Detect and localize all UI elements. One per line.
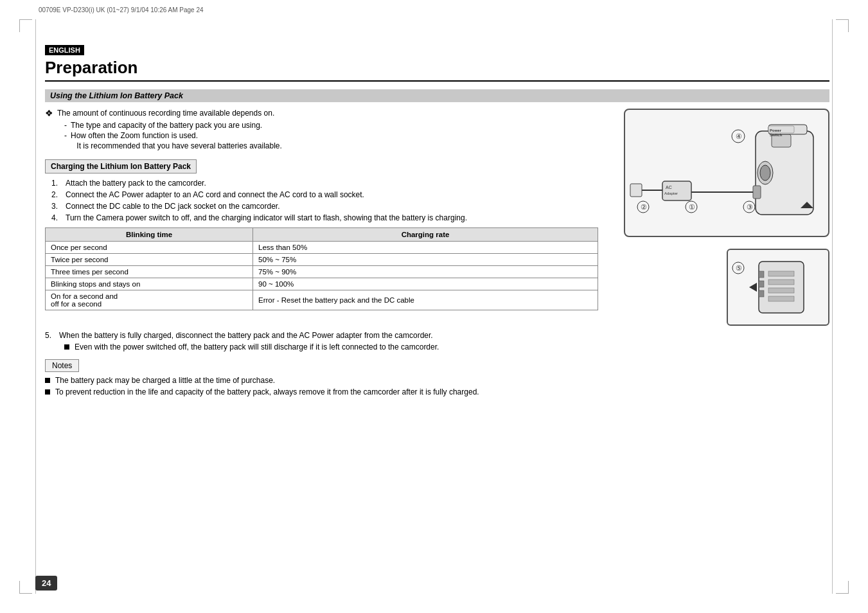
step-num-4: 4. xyxy=(51,213,62,222)
table-row-5: On for a second andoff for a second Erro… xyxy=(46,290,598,310)
note-bullet-1-icon xyxy=(45,378,50,383)
numbered-steps: 1. Attach the battery pack to the camcor… xyxy=(51,179,598,222)
step-1: 1. Attach the battery pack to the camcor… xyxy=(51,179,598,188)
step-text-3: Connect the DC cable to the DC jack sock… xyxy=(66,202,280,211)
note-bullet-2-icon xyxy=(45,389,50,395)
note-item-2: To prevent reduction in the life and cap… xyxy=(45,387,829,396)
dash-text-1: The type and capacity of the battery pac… xyxy=(71,121,262,130)
svg-rect-28 xyxy=(768,288,794,293)
note-text-2: To prevent reduction in the life and cap… xyxy=(55,387,479,396)
note-item-1: The battery pack may be charged a little… xyxy=(45,376,829,385)
svg-rect-10 xyxy=(753,186,761,199)
dash-sym-3 xyxy=(64,141,73,150)
right-margin-line xyxy=(832,19,833,594)
step-num-3: 3. xyxy=(51,202,62,211)
svg-text:Power: Power xyxy=(770,129,782,132)
svg-rect-25 xyxy=(759,290,764,297)
battery-diagram-svg: ⑤ xyxy=(730,252,826,323)
table-row-2: Twice per second 50% ~ 75% xyxy=(46,254,598,266)
dash-text-3: It is recommended that you have several … xyxy=(76,141,282,150)
page-number-badge: 24 xyxy=(35,576,57,591)
step-text-4: Turn the Camera power switch to off, and… xyxy=(66,213,467,222)
svg-rect-26 xyxy=(768,271,794,276)
charging-header: Charging the Lithium Ion Battery Pack xyxy=(45,159,197,173)
section-using-header: Using the Lithium Ion Battery Pack xyxy=(45,89,829,102)
small-diagram: ⑤ xyxy=(727,249,829,326)
svg-text:④: ④ xyxy=(736,132,742,140)
diagram-container: Power Switch ④ AC Adapte xyxy=(611,109,829,326)
english-badge: ENGLISH xyxy=(45,45,84,55)
svg-rect-27 xyxy=(768,280,794,285)
right-column: Power Switch ④ AC Adapte xyxy=(611,109,829,326)
table-cell-blink-4: Blinking stops and stays on xyxy=(46,278,253,290)
svg-text:①: ① xyxy=(689,203,695,211)
dash-sym-2: - xyxy=(64,131,67,140)
svg-text:②: ② xyxy=(641,203,647,211)
table-row-3: Three times per second 75% ~ 90% xyxy=(46,266,598,278)
dash-item-1: - The type and capacity of the battery p… xyxy=(64,121,598,130)
svg-text:Adapter: Adapter xyxy=(664,191,678,195)
main-diagram: Power Switch ④ AC Adapte xyxy=(624,109,829,237)
svg-marker-30 xyxy=(749,283,757,292)
svg-rect-23 xyxy=(759,271,764,278)
page-title: Preparation xyxy=(45,58,829,82)
svg-rect-11 xyxy=(662,181,691,200)
square-bullet-icon xyxy=(64,344,69,350)
intro-bullet-item: ❖ The amount of continuous recording tim… xyxy=(45,109,598,118)
table-cell-blink-3: Three times per second xyxy=(46,266,253,278)
step-text-1: Attach the battery pack to the camcorder… xyxy=(66,179,206,188)
svg-text:⑤: ⑤ xyxy=(736,264,742,272)
table-row-4: Blinking stops and stays on 90 ~ 100% xyxy=(46,278,598,290)
table-header-blinking: Blinking time xyxy=(46,228,253,242)
step-5: 5. When the battery is fully charged, di… xyxy=(45,331,829,340)
step5-sub-text: Even with the power switched off, the ba… xyxy=(75,342,439,351)
table-cell-rate-1: Less than 50% xyxy=(253,242,598,254)
camera-diagram-svg: Power Switch ④ AC Adapte xyxy=(627,112,826,234)
step-text-2: Connect the AC Power adapter to an AC co… xyxy=(66,190,364,199)
step5-section: 5. When the battery is fully charged, di… xyxy=(45,331,829,351)
table-cell-blink-1: Once per second xyxy=(46,242,253,254)
step-2: 2. Connect the AC Power adapter to an AC… xyxy=(51,190,598,199)
step-3: 3. Connect the DC cable to the DC jack s… xyxy=(51,202,598,211)
svg-rect-24 xyxy=(759,281,764,287)
svg-rect-29 xyxy=(768,296,794,301)
svg-rect-14 xyxy=(630,184,642,197)
diamond-bullet-symbol: ❖ xyxy=(45,108,53,118)
table-cell-blink-2: Twice per second xyxy=(46,254,253,266)
table-cell-blink-5: On for a second andoff for a second xyxy=(46,290,253,310)
left-margin-line xyxy=(35,19,36,594)
corner-mark-tr xyxy=(836,19,849,32)
charging-table: Blinking time Charging rate Once per sec… xyxy=(45,227,598,310)
corner-mark-bl xyxy=(19,581,32,594)
svg-text:③: ③ xyxy=(747,203,753,211)
dash-sym-1: - xyxy=(64,121,67,130)
table-cell-rate-4: 90 ~ 100% xyxy=(253,278,598,290)
table-cell-rate-3: 75% ~ 90% xyxy=(253,266,598,278)
left-column: ❖ The amount of continuous recording tim… xyxy=(45,109,598,317)
dash-item-2: - How often the Zoom function is used. xyxy=(64,131,598,140)
step5-sub-bullet: Even with the power switched off, the ba… xyxy=(64,342,829,351)
dash-list: - The type and capacity of the battery p… xyxy=(64,121,598,150)
note-text-1: The battery pack may be charged a little… xyxy=(55,376,275,385)
corner-mark-tl xyxy=(19,19,32,32)
step-num-1: 1. xyxy=(51,179,62,188)
intro-bullet-text: The amount of continuous recording time … xyxy=(57,109,274,118)
step-text-5: When the battery is fully charged, disco… xyxy=(59,331,433,340)
table-cell-rate-2: 50% ~ 75% xyxy=(253,254,598,266)
svg-text:AC: AC xyxy=(666,185,672,190)
table-cell-rate-5: Error - Reset the battery pack and the D… xyxy=(253,290,598,310)
notes-box: Notes xyxy=(45,359,79,372)
corner-mark-br xyxy=(836,581,849,594)
table-row-1: Once per second Less than 50% xyxy=(46,242,598,254)
svg-rect-22 xyxy=(759,262,804,313)
svg-text:Switch: Switch xyxy=(770,133,783,137)
svg-point-2 xyxy=(760,165,770,181)
table-header-charging: Charging rate xyxy=(253,228,598,242)
notes-section: Notes The battery pack may be charged a … xyxy=(45,359,829,396)
step-num-5: 5. xyxy=(45,331,55,340)
dash-item-3: It is recommended that you have several … xyxy=(64,141,598,150)
step-4: 4. Turn the Camera power switch to off, … xyxy=(51,213,598,222)
step-num-2: 2. xyxy=(51,190,62,199)
file-header: 00709E VP-D230(i) UK (01~27) 9/1/04 10:2… xyxy=(39,6,204,13)
dash-text-2: How often the Zoom function is used. xyxy=(71,131,198,140)
